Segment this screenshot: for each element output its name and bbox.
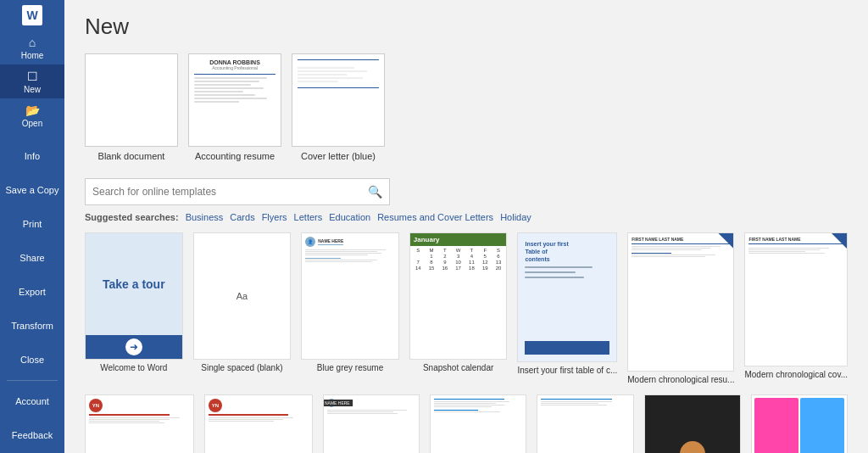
home-icon: ⌂ bbox=[29, 36, 36, 49]
edu-block-1 bbox=[754, 398, 798, 453]
open-icon: 📂 bbox=[25, 103, 40, 117]
main-content: New Blank document DONNA ROBBINS Account… bbox=[64, 0, 868, 453]
template-card-polished-cover[interactable]: YN Polished cover letter, desig... bbox=[204, 394, 313, 453]
sidebar-item-home-label: Home bbox=[21, 51, 44, 60]
export-label: Export bbox=[19, 287, 46, 297]
edu-block-2 bbox=[800, 398, 844, 453]
suggested-label: Suggested searches: bbox=[85, 212, 179, 222]
sidebar-item-new-label: New bbox=[24, 85, 41, 94]
toc-bottom-bar bbox=[525, 341, 609, 355]
tag-education[interactable]: Education bbox=[329, 212, 370, 222]
template-card-insert-toc[interactable]: Insert your firstTable ofcontents Insert… bbox=[517, 232, 617, 384]
sidebar-divider-2 bbox=[7, 380, 58, 381]
insert-toc-label: Insert your first table of c... bbox=[517, 366, 617, 375]
polished-resume-thumb: YN bbox=[85, 394, 194, 453]
sidebar-item-close[interactable]: Close bbox=[0, 343, 64, 377]
sidebar-item-transform[interactable]: Transform bbox=[0, 309, 64, 343]
app-logo: W bbox=[0, 0, 64, 31]
welcome-thumb: Take a tour ➜ bbox=[85, 232, 183, 360]
tag-cards[interactable]: Cards bbox=[230, 212, 254, 222]
sidebar-item-open-label: Open bbox=[22, 119, 42, 128]
modern-resu-thumb: FIRST NAME LAST NAME bbox=[627, 232, 734, 372]
sidebar-item-new[interactable]: ☐ New bbox=[0, 64, 64, 98]
toc-title-text: Insert your firstTable ofcontents bbox=[525, 240, 609, 263]
sidebar-item-share[interactable]: Share bbox=[0, 241, 64, 275]
template-card-welcome[interactable]: Take a tour ➜ Welcome to Word bbox=[85, 232, 183, 384]
sidebar-item-save-copy[interactable]: Save a Copy bbox=[0, 173, 64, 207]
close-label: Close bbox=[20, 355, 44, 365]
info-label: Info bbox=[25, 151, 40, 161]
template-grid-row2: YN Polished resume, de bbox=[85, 394, 848, 453]
calendar-grid: SMTWTFS 123456 78910111213 1415161718192… bbox=[410, 246, 507, 272]
blank-doc-label: Blank document bbox=[98, 151, 165, 161]
tag-letters[interactable]: Letters bbox=[294, 212, 323, 222]
search-input[interactable] bbox=[92, 186, 368, 198]
sidebar-item-info[interactable]: Info bbox=[0, 139, 64, 173]
sidebar-item-export[interactable]: Export bbox=[0, 275, 64, 309]
accounting-resume-thumb: DONNA ROBBINS Accounting Professional bbox=[188, 53, 281, 147]
sidebar: W ⌂ Home ☐ New 📂 Open Info Save a Copy P… bbox=[0, 0, 64, 453]
template-card-blue-sphere-resume[interactable]: Blue spheres resume bbox=[430, 394, 526, 453]
featured-templates-row: Blank document DONNA ROBBINS Accounting … bbox=[85, 53, 848, 161]
print-label: Print bbox=[23, 219, 42, 229]
account-label: Account bbox=[15, 396, 49, 406]
accounting-resume-label: Accounting resume bbox=[195, 151, 275, 161]
restaurant-thumb: RESTAURANT bbox=[644, 394, 741, 453]
blue-grey-cover-thumb: NAME HERE bbox=[323, 394, 420, 453]
template-card-blue-grey-resume[interactable]: 👤 NAME HERE bbox=[301, 232, 399, 384]
snapshot-calendar-label: Snapshot calendar bbox=[409, 363, 508, 372]
tour-arrow-icon: ➜ bbox=[125, 338, 142, 355]
tag-flyers[interactable]: Flyers bbox=[262, 212, 287, 222]
word-logo-icon: W bbox=[22, 5, 42, 25]
template-card-snapshot-calendar[interactable]: January SMTWTFS 123456 78910111213 14151… bbox=[409, 232, 508, 384]
single-spaced-label: Single spaced (blank) bbox=[193, 363, 292, 372]
template-grid-row1: Take a tour ➜ Welcome to Word Aa Single … bbox=[85, 232, 848, 384]
sidebar-item-open[interactable]: 📂 Open bbox=[0, 98, 64, 132]
tag-holiday[interactable]: Holiday bbox=[500, 212, 531, 222]
template-card-restaurant[interactable]: RESTAURANT Restaurant brochure bbox=[644, 394, 741, 453]
search-box: 🔍 bbox=[85, 178, 390, 205]
tag-resumes[interactable]: Resumes and Cover Letters bbox=[377, 212, 493, 222]
sidebar-bottom: Account Feedback Options bbox=[0, 377, 64, 453]
sidebar-item-feedback[interactable]: Feedback bbox=[0, 418, 64, 452]
polished-cover-thumb: YN bbox=[204, 394, 313, 453]
sidebar-item-account[interactable]: Account bbox=[0, 384, 64, 418]
toc-line-2 bbox=[525, 271, 576, 273]
template-card-blue-sphere-cover[interactable]: Blue spheres cover letter bbox=[537, 394, 633, 453]
tag-business[interactable]: Business bbox=[186, 212, 224, 222]
search-icon[interactable]: 🔍 bbox=[368, 185, 382, 199]
single-spaced-thumb: Aa bbox=[193, 232, 292, 360]
template-card-modern-resu[interactable]: FIRST NAME LAST NAME Modern chronologica… bbox=[627, 232, 734, 384]
blue-sphere-resume-thumb bbox=[430, 394, 526, 453]
cover-letter-thumb bbox=[292, 53, 385, 147]
cover-letter-label: Cover letter (blue) bbox=[301, 151, 376, 161]
template-card-polished-resume[interactable]: YN Polished resume, de bbox=[85, 394, 194, 453]
save-copy-label: Save a Copy bbox=[6, 185, 59, 195]
modern-cov-thumb: FIRST NAME LAST NAME bbox=[744, 232, 848, 366]
modern-cov-label: Modern chronological cov... bbox=[744, 370, 848, 379]
toc-line-3 bbox=[525, 277, 584, 278]
template-card-accounting-resume[interactable]: DONNA ROBBINS Accounting Professional bbox=[188, 53, 281, 161]
template-card-single-spaced[interactable]: Aa Single spaced (blank) bbox=[193, 232, 292, 384]
template-card-blank[interactable]: Blank document bbox=[85, 53, 178, 161]
education-thumb bbox=[751, 394, 848, 453]
suggested-searches: Suggested searches: Business Cards Flyer… bbox=[85, 212, 848, 222]
template-card-cover-letter[interactable]: Cover letter (blue) bbox=[292, 53, 385, 161]
welcome-label: Welcome to Word bbox=[85, 363, 183, 372]
sidebar-item-home[interactable]: ⌂ Home bbox=[0, 31, 64, 64]
insert-toc-thumb: Insert your firstTable ofcontents bbox=[517, 232, 617, 362]
snapshot-calendar-thumb: January SMTWTFS 123456 78910111213 14151… bbox=[409, 232, 508, 360]
toc-line-1 bbox=[525, 266, 593, 268]
template-card-blue-grey-cover[interactable]: NAME HERE Blue grey cover letter bbox=[323, 394, 420, 453]
yn-badge-resume: YN bbox=[89, 399, 103, 412]
template-card-modern-cov[interactable]: FIRST NAME LAST NAME Modern chronologica… bbox=[744, 232, 848, 384]
feedback-label: Feedback bbox=[12, 430, 53, 440]
restaurant-circle bbox=[680, 441, 705, 453]
blue-sphere-cover-thumb bbox=[537, 394, 633, 453]
template-card-education[interactable]: Education brochure bbox=[751, 394, 848, 453]
sidebar-item-print[interactable]: Print bbox=[0, 207, 64, 241]
blue-grey-resume-label: Blue grey resume bbox=[301, 363, 399, 372]
tour-text: Take a tour bbox=[86, 233, 182, 335]
blue-grey-resume-thumb: 👤 NAME HERE bbox=[301, 232, 399, 360]
page-title: New bbox=[85, 14, 848, 40]
